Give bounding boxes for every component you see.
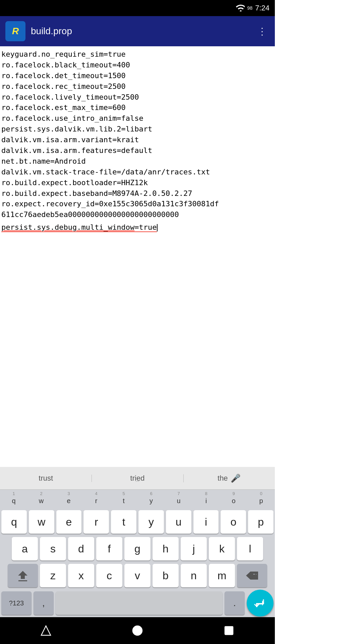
num-switch-key[interactable]: ?123 (1, 591, 32, 615)
svg-point-2 (133, 626, 142, 635)
key-0[interactable]: 0p (247, 490, 275, 508)
suggestions-bar: trust tried ··· the 🎤 (0, 467, 275, 490)
status-bar: 98 7:24 (0, 0, 275, 16)
overflow-menu-button[interactable]: ⋮ (255, 23, 269, 40)
app-icon: R (5, 21, 25, 41)
period-key[interactable]: . (225, 591, 245, 615)
enter-key[interactable] (247, 590, 274, 616)
app-bar: R build.prop ⋮ (0, 16, 275, 46)
key-6[interactable]: 6y (137, 490, 165, 508)
battery-indicator: 98 (247, 5, 253, 11)
home-button[interactable] (127, 621, 147, 641)
key-k[interactable]: k (209, 537, 235, 560)
app-icon-letter: R (5, 21, 25, 41)
shift-key[interactable] (8, 564, 38, 587)
dots-indicator: ··· (135, 479, 139, 483)
key-a[interactable]: a (12, 537, 38, 560)
key-v[interactable]: v (124, 564, 150, 587)
key-s[interactable]: s (40, 537, 66, 560)
keyboard-bottom-row: ?123 , . (0, 589, 275, 617)
enter-icon (254, 597, 266, 609)
key-z[interactable]: z (40, 564, 66, 587)
key-r[interactable]: r (83, 510, 109, 534)
keyboard-row-z: z x c v b n m (0, 562, 275, 589)
key-i[interactable]: i (193, 510, 219, 534)
key-o[interactable]: o (221, 510, 246, 534)
comma-key[interactable]: , (34, 591, 54, 615)
key-3[interactable]: 3e (55, 490, 82, 508)
home-icon (131, 625, 143, 637)
key-e[interactable]: e (56, 510, 82, 534)
file-lines: keyguard.no_require_sim=true ro.facelock… (1, 49, 274, 220)
key-y[interactable]: y (138, 510, 164, 534)
key-j[interactable]: j (181, 537, 207, 560)
keyboard-row-q: q w e r t y u i o p (0, 508, 275, 535)
recents-button[interactable] (219, 621, 239, 641)
key-d[interactable]: d (68, 537, 94, 560)
key-n[interactable]: n (181, 564, 207, 587)
key-c[interactable]: c (96, 564, 122, 587)
key-h[interactable]: h (153, 537, 179, 560)
key-w[interactable]: w (29, 510, 54, 534)
key-x[interactable]: x (68, 564, 94, 587)
backspace-icon (245, 571, 259, 580)
key-p[interactable]: p (248, 510, 274, 534)
app-title: build.prop (31, 26, 255, 37)
shift-icon (17, 570, 28, 581)
key-7[interactable]: 7u (165, 490, 192, 508)
key-g[interactable]: g (124, 537, 150, 560)
key-f[interactable]: f (96, 537, 122, 560)
suggestion-trust[interactable]: trust (0, 471, 92, 485)
key-5[interactable]: 5t (110, 490, 137, 508)
svg-marker-0 (18, 571, 27, 579)
recents-icon (223, 625, 235, 637)
svg-rect-3 (225, 627, 233, 635)
keyboard-row-a: a s d f g h j k l (0, 535, 275, 562)
key-8[interactable]: 8i (192, 490, 220, 508)
suggestion-the[interactable]: the 🎤 (183, 471, 275, 486)
edit-line-container[interactable]: persist.sys.debug.multi_window=true (1, 222, 274, 233)
text-cursor (157, 224, 158, 231)
svg-marker-1 (41, 626, 51, 635)
key-t[interactable]: t (111, 510, 136, 534)
key-4[interactable]: 4r (82, 490, 110, 508)
nav-bar (0, 617, 275, 644)
key-b[interactable]: b (153, 564, 179, 587)
key-q[interactable]: q (1, 510, 27, 534)
back-button[interactable] (36, 621, 56, 641)
wifi-icon (235, 5, 245, 11)
backspace-key[interactable] (237, 564, 267, 587)
suggestion-tried[interactable]: tried ··· (92, 471, 183, 485)
key-2[interactable]: 2w (27, 490, 55, 508)
key-u[interactable]: u (166, 510, 191, 534)
status-time: 7:24 (255, 4, 269, 12)
key-1[interactable]: 1q (0, 490, 27, 508)
key-9[interactable]: 9o (220, 490, 247, 508)
space-key[interactable] (56, 591, 223, 615)
key-l[interactable]: l (237, 537, 263, 560)
file-content-area[interactable]: keyguard.no_require_sim=true ro.facelock… (0, 46, 275, 467)
number-row: 1q 2w 3e 4r 5t 6y 7u 8i 9o 0p (0, 490, 275, 508)
edit-line-underlined: persist.sys.debug.multi_window=true (1, 223, 157, 232)
microphone-icon[interactable]: 🎤 (231, 474, 241, 483)
key-m[interactable]: m (209, 564, 235, 587)
keyboard-area: trust tried ··· the 🎤 1q 2w 3e 4r 5t 6y … (0, 467, 275, 617)
back-icon (40, 625, 52, 637)
